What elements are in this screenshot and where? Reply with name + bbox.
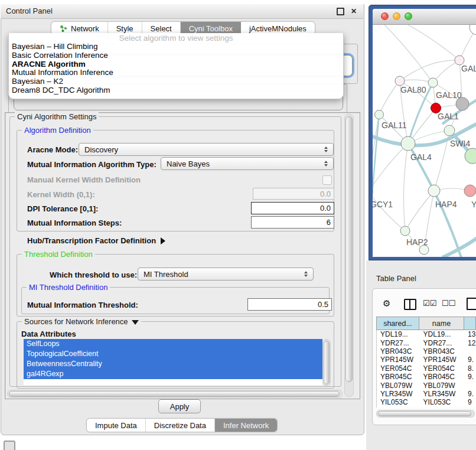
network-edge — [408, 25, 459, 60]
table-cell: YIL053C — [377, 398, 420, 406]
network-node-gal80[interactable] — [395, 76, 405, 86]
dropdown-item-basic-correlation-inference[interactable]: Basic Correlation Inference — [9, 51, 343, 60]
table-scrollbar-thumb[interactable] — [378, 411, 471, 416]
network-node[interactable] — [470, 25, 476, 35]
network-node[interactable] — [456, 97, 469, 110]
mi-threshold-value: 0.5 — [318, 300, 328, 309]
table-cell: YLR345W — [377, 390, 420, 398]
table-cell: YDR27... — [377, 339, 420, 347]
network-edge — [384, 25, 433, 83]
dropdown-placeholder: Select algorithm to view settings — [9, 34, 343, 43]
hub-tf-definition-toggle[interactable]: Hub/Transcription Factor Definition — [27, 235, 165, 246]
minimize-light[interactable] — [393, 12, 400, 20]
tab-infer-network[interactable]: Infer Network — [215, 419, 277, 432]
network-node-swi4[interactable] — [444, 125, 455, 136]
zoom-light[interactable] — [405, 12, 412, 20]
attribute-item-betweennesscentrality[interactable]: BetweennessCentrality — [24, 359, 322, 369]
table-cell: YLR345W — [420, 390, 465, 398]
document-icon[interactable] — [467, 298, 476, 310]
attribute-item-selfloops[interactable]: SelfLoops — [24, 339, 322, 349]
table-row[interactable]: YDR27...YDR27...12 — [377, 338, 476, 347]
dropdown-item-list: Bayesian – Hill ClimbingBasic Correlatio… — [9, 43, 343, 95]
network-canvas[interactable]: GAL8GAL80GAL10GAL1GAL11SWI4GAL4HAP4YGCY1… — [373, 25, 476, 257]
tab-impute-data[interactable]: Impute Data — [87, 419, 146, 432]
table-cell: YBL079W — [420, 381, 465, 390]
table-cell: YBL079W — [377, 381, 420, 390]
node-label: HAP4 — [435, 200, 457, 209]
network-node-gal4[interactable] — [401, 136, 415, 151]
gear-icon[interactable]: ⚙ — [383, 297, 390, 310]
close-icon[interactable]: ✕ — [351, 8, 357, 15]
manual-kernel-width-checkbox[interactable] — [322, 175, 332, 185]
node-label: GAL8 — [461, 64, 476, 73]
dock-panel-icon[interactable] — [4, 441, 15, 450]
dropdown-item-aracne-algorithm[interactable]: ARACNE Algorithm — [9, 60, 343, 69]
table-row[interactable]: YIL053CYIL053C9 — [377, 398, 476, 406]
table-row[interactable]: YDL19...YDL19...13 — [377, 330, 476, 338]
settings-vertical-scrollbar[interactable] — [344, 114, 354, 397]
network-edge — [373, 192, 405, 231]
column-header-shared[interactable]: shared... — [376, 317, 419, 330]
split-columns-icon[interactable] — [404, 299, 416, 310]
algorithm-definition-title: Algorithm Definition — [22, 126, 93, 135]
dpi-tolerance-field[interactable]: 0.0 — [251, 202, 334, 214]
kernel-width-field[interactable]: 0.0 — [253, 188, 334, 200]
table-cell: YER054C — [377, 364, 420, 373]
dropdown-item-bayesian-k2[interactable]: Bayesian – K2 — [9, 77, 343, 86]
table-row[interactable]: YER054CYER054C8. — [377, 364, 476, 373]
dropdown-item-bayesian-hill-climbing[interactable]: Bayesian – Hill Climbing — [9, 43, 343, 51]
table-cell: 12 — [464, 339, 476, 347]
attributes-scrollbar-thumb[interactable] — [324, 341, 330, 384]
deselect-all-checkboxes-icon[interactable]: ☐☐ — [442, 297, 455, 310]
table-horizontal-scrollbar[interactable] — [376, 410, 475, 418]
close-light[interactable] — [381, 12, 389, 20]
network-node-y[interactable] — [464, 185, 476, 197]
select-all-checkboxes-icon[interactable]: ☑☑ — [423, 297, 436, 310]
table-row[interactable]: YPR145WYPR145W9. — [377, 356, 476, 364]
table-row[interactable]: YBR045CYBR045C9. — [377, 373, 476, 381]
table-row[interactable]: YBR043CYBR043C — [377, 347, 476, 356]
column-header-clipped[interactable] — [464, 317, 476, 330]
table-cell: YER054C — [420, 364, 465, 373]
which-threshold-value: MI Threshold — [144, 270, 301, 279]
network-graph: GAL8GAL80GAL10GAL1GAL11SWI4GAL4HAP4YGCY1… — [373, 25, 476, 257]
tab-label: Impute Data — [95, 421, 137, 430]
network-node[interactable] — [419, 245, 429, 255]
network-node-gal11[interactable] — [375, 110, 384, 119]
column-header-name[interactable]: name — [419, 317, 464, 330]
tab-discretize-data[interactable]: Discretize Data — [146, 419, 215, 432]
settings-horizontal-scrollbar[interactable] — [7, 390, 343, 398]
which-threshold-combo[interactable]: MI Threshold — [138, 268, 314, 281]
table-row[interactable]: YBL079WYBL079W — [377, 381, 476, 389]
dropdown-item-dream8-dc-tdc-algorithm[interactable]: Dream8 DC_TDC Algorithm — [9, 86, 343, 95]
stepper-arrows-icon — [321, 161, 331, 167]
network-node-hap4[interactable] — [428, 185, 440, 197]
table-cell: YBR045C — [377, 373, 420, 381]
mi-threshold-field[interactable]: 0.5 — [247, 298, 332, 311]
mi-algorithm-type-value: Naive Bayes — [167, 159, 321, 168]
mi-algorithm-type-combo[interactable]: Naive Bayes — [161, 157, 334, 170]
aracne-mode-combo[interactable]: Discovery — [79, 143, 334, 156]
dpi-tolerance-value: 0.0 — [320, 204, 331, 213]
mi-steps-field[interactable]: 6 — [251, 216, 334, 229]
attribute-item-topologicalcoefficient[interactable]: TopologicalCoefficient — [24, 349, 322, 359]
network-edge — [405, 191, 434, 231]
aracne-mode-value: Discovery — [84, 145, 321, 154]
attribute-item-gal4rgexp[interactable]: gal4RGexp — [24, 369, 322, 379]
node-label: GAL11 — [382, 120, 407, 130]
aracne-mode-label: Aracne Mode: — [27, 145, 78, 154]
vertical-scrollbar-thumb[interactable] — [345, 116, 353, 382]
table-cell: YDL19... — [377, 330, 420, 338]
network-node-gal10[interactable] — [428, 78, 438, 87]
float-window-icon[interactable] — [337, 8, 344, 15]
dropdown-item-mutual-information-inference[interactable]: Mutual Information Inference — [9, 69, 343, 77]
apply-button[interactable]: Apply — [158, 399, 201, 413]
data-attributes-list[interactable]: SelfLoopsTopologicalCoefficientBetweenne… — [24, 339, 322, 385]
horizontal-scrollbar-thumb[interactable] — [9, 391, 340, 397]
network-view-window: GAL8GAL80GAL10GAL1GAL11SWI4GAL4HAP4YGCY1… — [369, 5, 476, 260]
table-row[interactable]: YLR345WYLR345W9. — [377, 390, 476, 398]
network-edge — [433, 60, 459, 83]
network-node-hap2[interactable] — [400, 226, 410, 236]
attributes-list-scrollbar[interactable] — [322, 339, 331, 386]
table-cell: YBR043C — [420, 347, 465, 356]
